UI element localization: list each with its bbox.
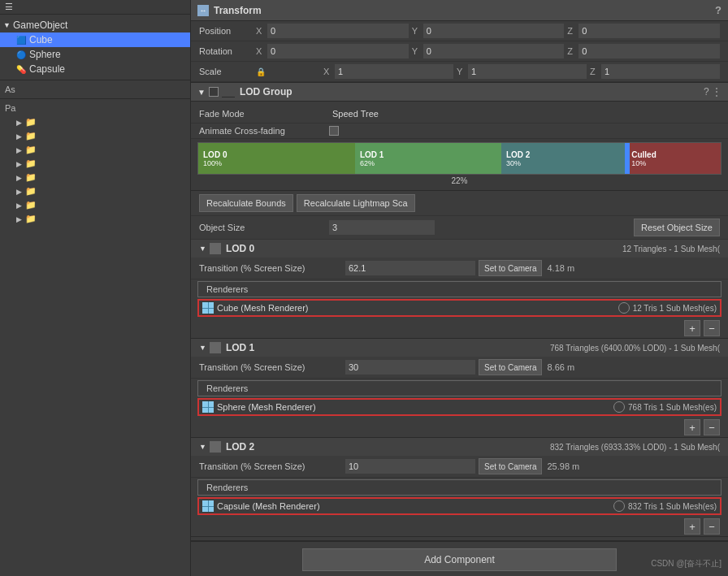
lod-segment-culled[interactable]: Culled 10%	[626, 143, 721, 174]
inspector-scroll[interactable]: ↔ Transform ? Position X Y	[191, 0, 728, 576]
lod2-expand-tri[interactable]: ▼	[199, 443, 206, 451]
lod0-renderer-circle[interactable]	[618, 302, 630, 314]
lod-bar: LOD 0 100% LOD 1 62% LOD 2 30%	[198, 143, 721, 174]
lod0-remove-renderer-btn[interactable]: −	[704, 320, 720, 336]
lod1-renderer-circle[interactable]	[613, 401, 625, 413]
lod-group-title: LOD Group	[240, 86, 292, 97]
lod1-set-to-camera-btn[interactable]: Set to Camera	[479, 359, 542, 375]
culled-seg-name: Culled	[631, 150, 716, 159]
gameobject-label: GameObject	[13, 19, 67, 31]
folder-row-6[interactable]: ▶📁	[0, 184, 190, 198]
hierarchy-item-sphere[interactable]: 🔵 Sphere	[0, 47, 190, 62]
sphere-icon: 🔵	[16, 50, 26, 59]
lod0-transition-row: Transition (% Screen Size) Set to Camera…	[191, 258, 728, 279]
hierarchy-item-gameobject[interactable]: ▼ GameObject	[0, 18, 190, 32]
lod-bar-container: LOD 0 100% LOD 1 62% LOD 2 30%	[191, 139, 728, 191]
lod2-sub-section: ▼ LOD 2 832 Triangles (6933.33% LOD0) - …	[191, 438, 728, 537]
expand-arrow: ▼	[3, 21, 11, 29]
recalc-bounds-btn[interactable]: Recalculate Bounds	[199, 194, 293, 212]
transform-help-btn[interactable]: ?	[715, 4, 722, 16]
lod2-trans-input[interactable]	[345, 459, 475, 474]
folder-row-2[interactable]: ▶📁	[0, 129, 190, 143]
animate-checkbox[interactable]	[329, 126, 339, 136]
position-y-item: Y	[412, 24, 565, 38]
recalc-lightmap-btn[interactable]: Recalculate Lightmap Sca	[297, 194, 415, 212]
lod2-handle[interactable]	[625, 143, 630, 174]
lod1-trans-label: Transition (% Screen Size)	[199, 362, 345, 372]
animate-row: Animate Cross-fading	[191, 123, 728, 139]
hierarchy-item-cube[interactable]: 🟦 Cube	[0, 32, 190, 47]
lod-body: Fade Mode Speed Tree Animate Cross-fadin…	[191, 102, 728, 540]
folder-row-1[interactable]: ▶📁	[0, 115, 190, 129]
folder-tri: ▶	[16, 119, 22, 127]
folder-row-4[interactable]: ▶📁	[0, 157, 190, 171]
folder-row-3[interactable]: ▶📁	[0, 143, 190, 157]
lod0-trans-label: Transition (% Screen Size)	[199, 263, 345, 273]
sx-label: X	[323, 67, 335, 76]
scale-x-input[interactable]	[335, 64, 453, 79]
transform-title: Transform	[214, 5, 262, 16]
folder-row-7[interactable]: ▶📁	[0, 198, 190, 212]
asset-panel: As	[0, 80, 190, 98]
x-label: X	[256, 26, 267, 36]
rz-label: Z	[567, 46, 578, 56]
project-panel: Pa ▶📁 ▶📁 ▶📁 ▶📁 ▶📁 ▶📁 ▶📁 ▶📁	[0, 98, 190, 227]
position-z-item: Z	[567, 24, 720, 38]
lod1-renderer-item: Sphere (Mesh Renderer) 768 Tris 1 Sub Me…	[197, 398, 722, 416]
rotation-z-input[interactable]	[578, 44, 720, 58]
lod0-add-renderer-btn[interactable]: +	[684, 320, 700, 336]
transform-section: ↔ Transform ? Position X Y	[191, 0, 728, 83]
lod1-color-box	[210, 342, 221, 353]
lod2-add-renderer-btn[interactable]: +	[684, 518, 700, 535]
position-y-input[interactable]	[423, 24, 565, 38]
hierarchy-header: ☰	[0, 0, 190, 15]
lod-segment-1[interactable]: LOD 1 62%	[355, 143, 501, 174]
rotation-x-input[interactable]	[267, 44, 409, 58]
folder-row-8[interactable]: ▶📁	[0, 212, 190, 226]
scale-xyz-group: 🔒 X Y Z	[256, 64, 720, 79]
lod-segment-0[interactable]: LOD 0 100%	[198, 143, 355, 174]
lod1-trans-dist: 8.66 m	[547, 362, 574, 372]
lod1-expand-tri[interactable]: ▼	[199, 344, 206, 352]
rotation-y-input[interactable]	[423, 44, 565, 58]
lod2-renderer-circle[interactable]	[613, 500, 625, 512]
cube-icon: 🟦	[16, 36, 26, 45]
lod-expand-arrow[interactable]: ▼	[197, 88, 206, 97]
position-z-input[interactable]	[578, 24, 720, 38]
lod0-expand-tri[interactable]: ▼	[199, 245, 206, 253]
obj-size-input[interactable]	[329, 220, 435, 235]
lod0-renderers-label: Renderers	[197, 281, 722, 297]
lod2-remove-renderer-btn[interactable]: −	[704, 518, 720, 535]
lod-segment-2[interactable]: LOD 2 30%	[501, 143, 626, 174]
reset-size-btn[interactable]: Reset Object Size	[634, 219, 720, 236]
position-xyz-group: X Y Z	[256, 24, 720, 38]
lod-help-btn[interactable]: ? ⋮	[704, 86, 722, 97]
position-x-input[interactable]	[267, 24, 409, 38]
folder-row-5[interactable]: ▶📁	[0, 171, 190, 184]
capsule-label: Capsule	[29, 63, 65, 75]
position-label: Position	[199, 26, 256, 36]
lod-enable-checkbox[interactable]	[209, 87, 219, 97]
scale-lock-item: 🔒	[256, 67, 320, 76]
cube-label: Cube	[29, 34, 53, 45]
y-label: Y	[412, 26, 423, 36]
lod1-add-renderer-btn[interactable]: +	[684, 419, 700, 435]
lod0-sub-section: ▼ LOD 0 12 Triangles - 1 Sub Mesh( Trans…	[191, 240, 728, 339]
scale-z-input[interactable]	[601, 64, 720, 79]
rotation-y-item: Y	[412, 44, 565, 58]
animate-label: Animate Cross-fading	[199, 126, 329, 136]
scale-y-input[interactable]	[468, 64, 587, 79]
lod2-add-remove-row: + −	[191, 517, 728, 536]
lod-pct-display: 22%	[197, 175, 722, 187]
rotation-label: Rotation	[199, 46, 256, 56]
lod0-trans-input[interactable]	[345, 261, 475, 275]
lod1-trans-input[interactable]	[345, 360, 475, 375]
hierarchy-item-capsule[interactable]: 💊 Capsule	[0, 62, 190, 76]
lod1-remove-renderer-btn[interactable]: −	[704, 419, 720, 435]
add-component-btn[interactable]: Add Component	[302, 548, 617, 571]
transform-position-row: Position X Y Z	[191, 21, 728, 41]
lod0-set-to-camera-btn[interactable]: Set to Camera	[479, 260, 542, 276]
lod0-seg-name: LOD 0	[203, 150, 350, 159]
lod2-set-to-camera-btn[interactable]: Set to Camera	[479, 458, 542, 474]
lod2-trans-dist: 25.98 m	[547, 461, 579, 471]
